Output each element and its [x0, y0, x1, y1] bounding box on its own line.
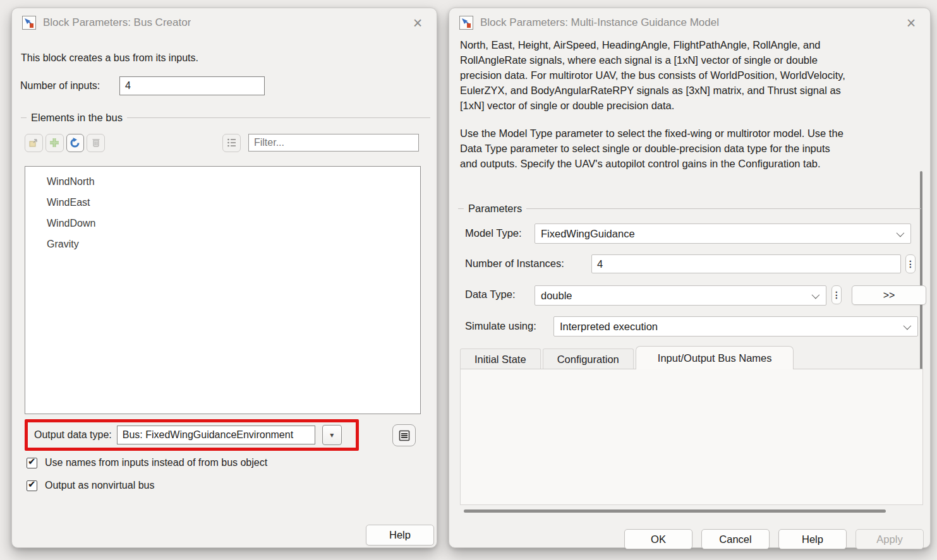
output-nonvirtual-checkbox[interactable]: ✔ — [27, 480, 37, 491]
bus-creator-dialog: Block Parameters: Bus Creator × This blo… — [11, 8, 437, 548]
group-rule-left — [458, 208, 464, 209]
number-of-inputs-label: Number of inputs: — [20, 80, 100, 92]
data-type-row: Data Type: double ⋮ >> — [465, 285, 915, 305]
description-line: Data Type parameter to select single or … — [460, 141, 913, 156]
filter-options-button[interactable] — [222, 134, 241, 152]
description-line: EulerZYX, and BodyAngularRateRPY signals… — [460, 83, 913, 98]
trash-icon — [90, 137, 102, 148]
number-of-instances-row: Number of Instances: ⋮ — [465, 254, 915, 274]
simulate-using-label: Simulate using: — [465, 320, 536, 332]
bus-element-icon — [28, 137, 39, 148]
model-type-row: Model Type: FixedWingGuidance — [465, 223, 915, 244]
number-of-instances-label: Number of Instances: — [465, 258, 564, 270]
description-line: Use the Model Type parameter to select t… — [460, 126, 913, 141]
tab-input-output-bus-names[interactable]: Input/Output Bus Names — [636, 346, 794, 369]
simulate-using-value: Interpreted execution — [560, 321, 658, 333]
plus-icon — [49, 137, 60, 148]
number-of-instances-input[interactable] — [591, 254, 901, 273]
description-line: precision data. For multirotor UAV, the … — [460, 68, 913, 83]
bus-elements-listbox[interactable]: WindNorth WindEast WindDown Gravity — [25, 166, 421, 414]
tab-bar: Initial State Configuration Input/Output… — [460, 346, 795, 369]
description-line: [1xN] vector of single or double precisi… — [460, 98, 913, 113]
block-description-usage: Use the Model Type parameter to select t… — [460, 126, 913, 171]
tab-initial-state[interactable]: Initial State — [460, 349, 541, 369]
checkmark-icon: ✔ — [28, 456, 36, 467]
apply-button[interactable]: Apply — [855, 529, 924, 549]
add-bus-element-button[interactable] — [25, 134, 43, 152]
horizontal-scrollbar-thumb[interactable] — [464, 509, 886, 513]
output-nonvirtual-label: Output as nonvirtual bus — [45, 480, 154, 491]
use-names-from-inputs-label: Use names from inputs instead of from bu… — [45, 457, 267, 468]
dialog-title: Block Parameters: Multi-Instance Guidanc… — [480, 16, 719, 29]
filter-input[interactable] — [248, 134, 419, 152]
elements-toolbar — [25, 133, 419, 152]
model-type-value: FixedWingGuidance — [541, 228, 635, 240]
group-rule-right — [127, 117, 430, 118]
cancel-button[interactable]: Cancel — [701, 529, 770, 549]
vertical-dots-icon: ⋮ — [832, 290, 841, 300]
use-names-from-inputs-row: ✔ Use names from inputs instead of from … — [27, 457, 267, 468]
description-line: RollAngleRate signals, where each signal… — [460, 52, 913, 68]
group-rule-left — [21, 117, 27, 118]
parameters-group-label: Parameters — [468, 203, 522, 215]
list-icon — [226, 137, 238, 148]
close-icon[interactable]: × — [902, 14, 920, 32]
bus-names-tab-panel — [460, 369, 923, 505]
dialog-title: Block Parameters: Bus Creator — [43, 16, 191, 29]
list-item[interactable]: Gravity — [25, 234, 420, 254]
simulate-using-row: Simulate using: Interpreted execution — [465, 316, 915, 337]
model-type-label: Model Type: — [465, 227, 522, 239]
output-data-type-combobox[interactable]: Bus: FixedWingGuidanceEnvironment — [117, 426, 315, 444]
close-icon[interactable]: × — [409, 14, 426, 32]
model-type-combobox[interactable]: FixedWingGuidance — [535, 223, 911, 244]
guidance-model-dialog: Block Parameters: Multi-Instance Guidanc… — [449, 8, 931, 548]
refresh-button[interactable] — [66, 134, 85, 152]
overflow-menu-button[interactable]: ⋮ — [831, 285, 842, 304]
checkmark-icon: ✔ — [28, 479, 36, 490]
elements-group-label: Elements in the bus — [31, 112, 123, 124]
number-of-inputs-input[interactable] — [119, 76, 265, 95]
guidance-model-titlebar[interactable]: Block Parameters: Multi-Instance Guidanc… — [449, 8, 930, 37]
list-item[interactable]: WindDown — [25, 213, 420, 234]
parameters-group-header: Parameters — [458, 203, 921, 215]
bus-creator-titlebar[interactable]: Block Parameters: Bus Creator × — [12, 8, 437, 37]
simulink-block-icon — [459, 16, 473, 30]
simulink-block-icon — [22, 16, 36, 30]
list-item[interactable]: WindEast — [25, 192, 420, 213]
overflow-menu-button[interactable]: ⋮ — [905, 254, 916, 273]
data-type-label: Data Type: — [465, 289, 516, 301]
expand-data-type-button[interactable]: >> — [852, 285, 926, 305]
ok-button[interactable]: OK — [624, 529, 692, 549]
list-item[interactable]: WindNorth — [25, 171, 420, 192]
dropdown-arrow-icon: ▾ — [330, 431, 334, 439]
chevron-down-icon — [904, 322, 912, 330]
vertical-dots-icon: ⋮ — [906, 259, 915, 269]
description-line: and outputs. Specify the UAV's autopilot… — [460, 156, 913, 171]
delete-button[interactable] — [87, 134, 105, 152]
menu-lines-icon — [398, 429, 411, 442]
output-nonvirtual-row: ✔ Output as nonvirtual bus — [27, 480, 154, 491]
group-rule-right — [526, 208, 921, 209]
combo-dropdown-button[interactable]: ▾ — [322, 425, 342, 445]
add-signal-button[interactable] — [45, 134, 64, 152]
refresh-icon — [69, 137, 81, 149]
use-names-from-inputs-checkbox[interactable]: ✔ — [27, 458, 37, 468]
data-type-combobox[interactable]: double — [535, 285, 826, 306]
description-line: North, East, Height, AirSpeed, HeadingAn… — [460, 37, 913, 52]
dialog-description: This block creates a bus from its inputs… — [21, 52, 198, 64]
simulate-using-combobox[interactable]: Interpreted execution — [553, 316, 918, 337]
highlight-box-output-data-type: Output data type: Bus: FixedWingGuidance… — [25, 419, 359, 451]
data-type-value: double — [541, 290, 572, 302]
elements-group-header: Elements in the bus — [21, 112, 430, 124]
chevron-down-icon — [812, 291, 820, 299]
output-data-type-label: Output data type: — [32, 429, 112, 441]
chevron-down-icon — [897, 229, 905, 237]
dialog-button-row: OK Cancel Help Apply — [624, 529, 924, 549]
tab-configuration[interactable]: Configuration — [543, 349, 634, 369]
help-button[interactable]: Help — [366, 525, 434, 545]
block-description-intro: North, East, Height, AirSpeed, HeadingAn… — [460, 37, 913, 113]
help-button[interactable]: Help — [778, 529, 847, 549]
show-data-type-assistant-button[interactable] — [392, 424, 416, 446]
